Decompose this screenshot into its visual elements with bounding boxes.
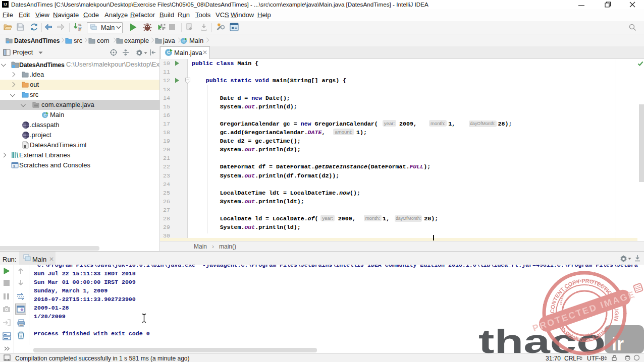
svg-text:s: s xyxy=(13,164,15,168)
svg-text:01: 01 xyxy=(78,29,82,31)
